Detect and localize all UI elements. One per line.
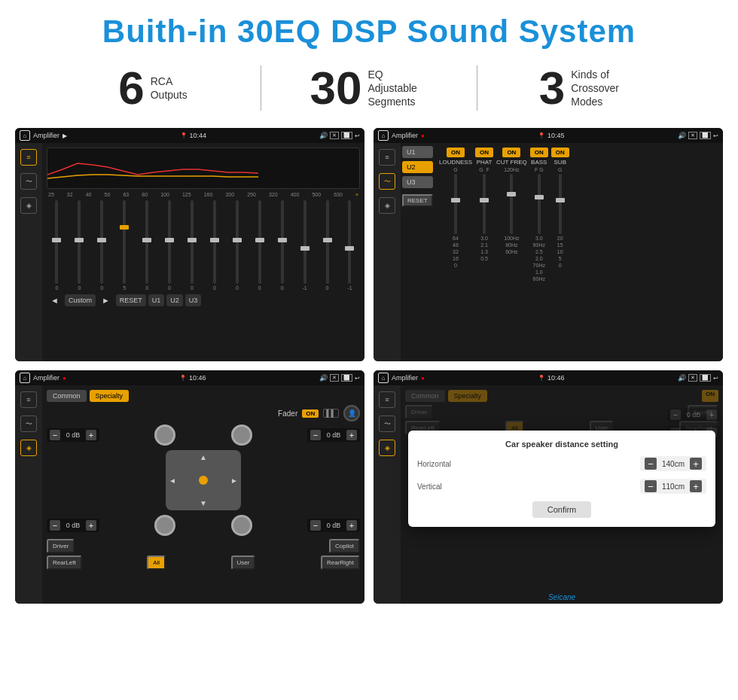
fader-vol-br-minus[interactable]: − xyxy=(310,520,321,531)
dialog-close-icon[interactable]: ✕ xyxy=(688,374,697,382)
eq-track-8[interactable] xyxy=(213,200,216,284)
fader-vol-br-plus[interactable]: + xyxy=(346,520,357,531)
dialog-confirm-button[interactable]: Confirm xyxy=(532,501,592,518)
eq-thumb-8[interactable] xyxy=(210,238,219,242)
eq-close-icon[interactable]: ✕ xyxy=(330,132,339,139)
fader-arrow-right[interactable]: ► xyxy=(230,476,238,485)
eq-track-9[interactable] xyxy=(236,200,239,284)
eq-track-14[interactable] xyxy=(348,200,351,284)
fader-rearleft-btn[interactable]: RearLeft xyxy=(47,555,82,570)
eq-track-2[interactable] xyxy=(78,200,81,284)
eq-thumb-7[interactable] xyxy=(188,238,197,242)
cross-loudness-slider[interactable] xyxy=(454,174,457,234)
fader-common-tab[interactable]: Common xyxy=(47,390,87,402)
fader-arrow-left[interactable]: ◄ xyxy=(169,476,176,485)
eq-track-13[interactable] xyxy=(326,200,329,284)
eq-expand-icon[interactable]: » xyxy=(355,192,358,197)
cross-u3-tab[interactable]: U3 xyxy=(402,176,433,188)
cross-bass-toggle[interactable]: ON xyxy=(530,148,548,157)
eq-thumb-12[interactable] xyxy=(300,246,310,251)
eq-next-btn[interactable]: ► xyxy=(98,294,114,307)
eq-reset-btn[interactable]: RESET xyxy=(116,294,146,306)
eq-thumb-4[interactable] xyxy=(120,225,129,230)
cross-bass-thumb[interactable] xyxy=(535,195,544,199)
cross-u2-tab[interactable]: U2 xyxy=(402,161,433,173)
fader-sidebar-wave-icon[interactable]: 〜 xyxy=(20,415,37,432)
cross-sidebar-eq-icon[interactable]: ≡ xyxy=(379,149,395,166)
eq-prev-btn[interactable]: ◄ xyxy=(47,294,63,307)
eq-track-3[interactable] xyxy=(100,200,103,284)
eq-custom-btn[interactable]: Custom xyxy=(65,294,96,306)
eq-track-4[interactable] xyxy=(123,200,126,284)
fader-sidebar-speaker-icon[interactable]: ◈ xyxy=(20,440,37,456)
dialog-sidebar-eq-icon[interactable]: ≡ xyxy=(379,391,395,408)
cross-phat-slider[interactable] xyxy=(483,174,486,234)
fader-sidebar-eq-icon[interactable]: ≡ xyxy=(20,391,37,408)
eq-u2-btn[interactable]: U2 xyxy=(166,294,183,306)
cross-back-icon[interactable]: ↩ xyxy=(713,132,718,139)
fader-window-icon[interactable]: ⬜ xyxy=(341,374,352,382)
eq-thumb-1[interactable] xyxy=(52,238,61,242)
fader-vol-tl-minus[interactable]: − xyxy=(50,430,60,440)
eq-thumb-11[interactable] xyxy=(278,238,287,242)
eq-u3-btn[interactable]: U3 xyxy=(185,294,202,306)
fader-vol-tr-plus[interactable]: + xyxy=(346,430,357,440)
dialog-horizontal-minus[interactable]: − xyxy=(645,458,657,470)
eq-sidebar-eq-icon[interactable]: ≡ xyxy=(20,149,37,166)
eq-thumb-3[interactable] xyxy=(97,238,106,242)
cross-sub-thumb[interactable] xyxy=(556,198,565,202)
fader-arrow-down[interactable]: ▼ xyxy=(200,499,207,507)
eq-track-7[interactable] xyxy=(191,200,194,284)
eq-thumb-9[interactable] xyxy=(233,238,242,242)
dialog-sidebar-speaker-icon[interactable]: ◈ xyxy=(379,440,395,456)
eq-track-11[interactable] xyxy=(281,200,284,284)
eq-sidebar-speaker-icon[interactable]: ◈ xyxy=(20,197,37,214)
fader-driver-btn[interactable]: Driver xyxy=(47,539,75,553)
eq-sidebar-wave-icon[interactable]: 〜 xyxy=(20,173,37,190)
eq-track-10[interactable] xyxy=(258,200,261,284)
fader-close-icon[interactable]: ✕ xyxy=(330,374,339,382)
fader-user-btn[interactable]: User xyxy=(231,555,256,570)
cross-close-icon[interactable]: ✕ xyxy=(688,132,697,139)
cross-window-icon[interactable]: ⬜ xyxy=(700,132,711,139)
dialog-window-icon[interactable]: ⬜ xyxy=(700,374,711,382)
eq-u1-btn[interactable]: U1 xyxy=(148,294,165,306)
cross-cutfreq-thumb[interactable] xyxy=(507,192,516,196)
dialog-home-icon[interactable]: ⌂ xyxy=(378,373,389,383)
eq-thumb-2[interactable] xyxy=(75,238,84,242)
cross-sub-slider[interactable] xyxy=(559,174,562,234)
cross-reset-btn[interactable]: RESET xyxy=(402,194,433,207)
eq-track-5[interactable] xyxy=(145,200,148,284)
fader-rearright-btn[interactable]: RearRight xyxy=(321,555,360,570)
dialog-sidebar-wave-icon[interactable]: 〜 xyxy=(379,415,395,432)
eq-back-icon[interactable]: ↩ xyxy=(355,132,360,139)
eq-track-1[interactable] xyxy=(55,200,58,284)
eq-thumb-5[interactable] xyxy=(142,238,151,242)
fader-all-btn[interactable]: All xyxy=(147,555,166,570)
fader-home-icon[interactable]: ⌂ xyxy=(20,373,30,383)
fader-copilot-btn[interactable]: Copilot xyxy=(329,539,360,553)
eq-thumb-13[interactable] xyxy=(323,238,332,242)
cross-bass-slider[interactable] xyxy=(538,174,541,234)
cross-cutfreq-toggle[interactable]: ON xyxy=(502,148,520,157)
fader-vol-tr-minus[interactable]: − xyxy=(310,430,321,440)
fader-specialty-tab[interactable]: Specialty xyxy=(90,390,130,402)
eq-track-6[interactable] xyxy=(168,200,171,284)
eq-thumb-14[interactable] xyxy=(345,246,354,251)
cross-sidebar-speaker-icon[interactable]: ◈ xyxy=(379,197,395,214)
eq-thumb-10[interactable] xyxy=(255,238,264,242)
cross-cutfreq-slider[interactable] xyxy=(510,174,513,234)
eq-home-icon[interactable]: ⌂ xyxy=(20,130,30,141)
cross-home-icon[interactable]: ⌂ xyxy=(378,130,389,141)
dialog-back-icon[interactable]: ↩ xyxy=(713,375,718,382)
cross-phat-toggle[interactable]: ON xyxy=(475,148,493,157)
dialog-vertical-minus[interactable]: − xyxy=(645,480,657,492)
cross-u1-tab[interactable]: U1 xyxy=(402,146,433,158)
eq-thumb-6[interactable] xyxy=(165,238,174,242)
fader-back-icon[interactable]: ↩ xyxy=(355,375,360,382)
dialog-vertical-plus[interactable]: + xyxy=(690,480,702,492)
cross-phat-thumb[interactable] xyxy=(480,198,489,202)
fader-vol-bl-minus[interactable]: − xyxy=(50,520,60,531)
eq-window-icon[interactable]: ⬜ xyxy=(341,132,352,139)
cross-sub-toggle[interactable]: ON xyxy=(551,148,569,157)
